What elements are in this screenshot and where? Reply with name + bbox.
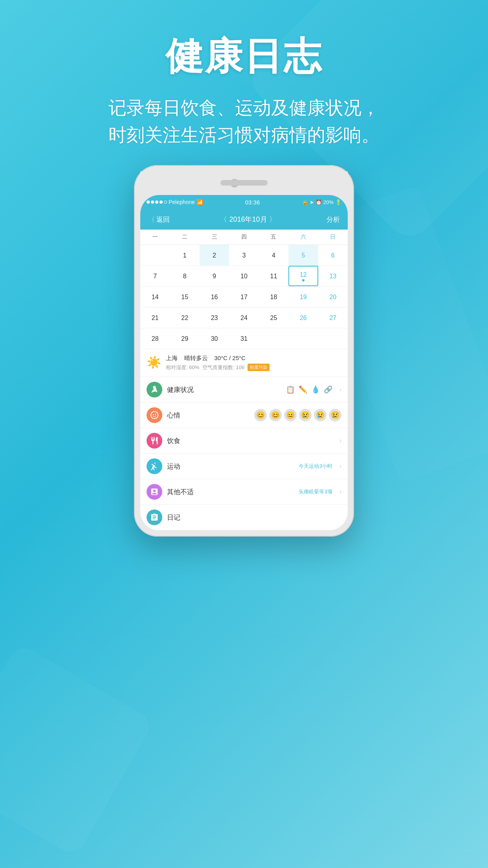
weekday-fri: 五 (259, 230, 288, 245)
cal-cell-14[interactable]: 14 (140, 287, 170, 307)
cal-cell-2[interactable]: 2 (200, 245, 229, 265)
cal-cell-12[interactable]: 12 (288, 266, 318, 286)
discomfort-row[interactable]: 其他不适 头痛眩晕等3项 › (140, 479, 348, 505)
svg-point-0 (153, 386, 156, 389)
cal-cell-10[interactable]: 10 (229, 266, 259, 286)
analyze-button[interactable]: 分析 (327, 215, 340, 224)
cal-cell-17[interactable]: 17 (229, 287, 259, 307)
status-time: 03:36 (245, 199, 260, 206)
cal-cell-15[interactable]: 15 (170, 287, 199, 307)
health-chevron: › (339, 386, 341, 393)
humidity-label: 相对湿度: 60% (166, 364, 199, 371)
app-title: 健康日志 (24, 31, 464, 83)
weather-row: ☀️ 上海 晴转多云 30°C / 25°C 相对湿度: 60% 空气质量指数:… (140, 349, 348, 377)
battery-percent: 20% (323, 199, 334, 205)
cal-cell-30[interactable]: 30 (200, 328, 229, 349)
battery-icon: 🔋 (335, 199, 341, 205)
cal-cell-31[interactable]: 31 (229, 328, 259, 349)
discomfort-action: 头痛眩晕等3项 (299, 488, 332, 495)
cal-row-4: 21 22 23 24 25 26 27 (140, 307, 348, 328)
status-left: Pelephone 📶 (147, 199, 203, 205)
cal-cell-4[interactable]: 4 (259, 245, 288, 265)
phone-outer: Pelephone 📶 03:36 🔒 ➤ ⏰ 20% 🔋 〈 返回 (134, 165, 354, 537)
discomfort-chevron: › (339, 488, 341, 495)
cal-row-1: 1 2 3 4 5 6 (140, 245, 348, 266)
signal-dot-3 (155, 200, 158, 204)
discomfort-label: 其他不适 (167, 487, 294, 497)
cal-cell-20[interactable]: 20 (318, 287, 348, 307)
diary-label: 日记 (167, 513, 341, 522)
status-bar: Pelephone 📶 03:36 🔒 ➤ ⏰ 20% 🔋 (140, 195, 348, 209)
cal-cell-23[interactable]: 23 (200, 307, 229, 328)
mood-icon (147, 407, 162, 423)
mood-sad[interactable]: 😢 (299, 409, 312, 421)
mood-very-happy[interactable]: 😊 (254, 409, 267, 421)
exercise-label: 运动 (167, 462, 294, 471)
cal-cell-25[interactable]: 25 (259, 307, 288, 328)
weekday-thu: 四 (229, 230, 259, 245)
diary-row[interactable]: 日记 (140, 505, 348, 530)
exercise-chevron: › (339, 463, 341, 470)
mood-selector[interactable]: 😊 😊 😐 😢 😢 😢 (254, 409, 341, 421)
cal-cell-21[interactable]: 21 (140, 307, 170, 328)
cal-cell-26[interactable]: 26 (288, 307, 318, 328)
cal-cell-1[interactable]: 1 (170, 245, 199, 265)
cal-cell-27[interactable]: 27 (318, 307, 348, 328)
cal-cell-24[interactable]: 24 (229, 307, 259, 328)
cal-cell-3[interactable]: 3 (229, 245, 259, 265)
mood-terrible[interactable]: 😢 (329, 409, 341, 421)
cal-cell-7[interactable]: 7 (140, 266, 170, 286)
cal-cell-empty4 (318, 328, 348, 349)
cal-cell-28[interactable]: 28 (140, 328, 170, 349)
weekday-wed: 三 (200, 230, 229, 245)
health-action-icons: 📋 ✏️ 💧 🔗 (286, 385, 332, 394)
cal-cell-13[interactable]: 13 (318, 266, 348, 286)
svg-point-1 (151, 412, 158, 419)
cal-row-2: 7 8 9 10 11 12 13 (140, 266, 348, 287)
cal-cell-6[interactable]: 6 (318, 245, 348, 265)
weather-temp: 30°C / 25°C (214, 355, 246, 361)
cal-cell-18[interactable]: 18 (259, 287, 288, 307)
svg-point-3 (155, 414, 156, 415)
wifi-icon: 📶 (196, 199, 203, 205)
cal-cell-22[interactable]: 22 (170, 307, 199, 328)
today-dot (302, 279, 305, 281)
cal-cell-19[interactable]: 19 (288, 287, 318, 307)
back-label: 返回 (156, 215, 170, 224)
mood-label: 心情 (167, 411, 250, 420)
calendar-grid: 1 2 3 4 5 6 7 8 9 10 11 12 (140, 245, 348, 349)
cal-cell-empty[interactable] (140, 245, 170, 265)
diet-chevron: › (339, 437, 341, 444)
mood-neutral[interactable]: 😐 (284, 409, 297, 421)
phone-screen: Pelephone 📶 03:36 🔒 ➤ ⏰ 20% 🔋 〈 返回 (140, 195, 348, 530)
cal-cell-16[interactable]: 16 (200, 287, 229, 307)
diet-label: 饮食 (167, 436, 332, 445)
back-button[interactable]: 〈 返回 (148, 215, 170, 224)
health-icon-drop: 💧 (311, 385, 320, 394)
health-icon-pencil: ✏️ (299, 385, 307, 394)
cal-cell-8[interactable]: 8 (170, 266, 199, 286)
top-section: 健康日志 记录每日饮食、运动及健康状况， 时刻关注生活习惯对病情的影响。 (0, 31, 488, 149)
exercise-row[interactable]: 运动 今天运动3小时 › (140, 454, 348, 479)
mood-happy[interactable]: 😊 (269, 409, 282, 421)
bg-decoration-2 (0, 643, 154, 857)
cal-cell-11[interactable]: 11 (259, 266, 288, 286)
signal-dot-1 (147, 200, 150, 204)
health-row[interactable]: 健康状况 📋 ✏️ 💧 🔗 › (140, 377, 348, 403)
cal-cell-5[interactable]: 5 (288, 245, 318, 265)
info-section: ☀️ 上海 晴转多云 30°C / 25°C 相对湿度: 60% 空气质量指数:… (140, 349, 348, 530)
exercise-action: 今天运动3小时 (299, 463, 332, 470)
weekday-sun: 日 (318, 230, 348, 245)
mood-very-sad[interactable]: 😢 (314, 409, 327, 421)
diet-row[interactable]: 饮食 › (140, 428, 348, 454)
cal-cell-29[interactable]: 29 (170, 328, 199, 349)
cal-cell-9[interactable]: 9 (200, 266, 229, 286)
weather-sun-icon: ☀️ (147, 355, 161, 369)
weekday-tue: 二 (170, 230, 199, 245)
signal-dots (147, 200, 167, 204)
mood-row[interactable]: 心情 😊 😊 😐 😢 😢 😢 (140, 403, 348, 428)
health-icon (147, 382, 162, 397)
nav-title[interactable]: 〈 2016年10月 〉 (220, 215, 276, 224)
phone-top-bar (140, 171, 348, 195)
weather-city: 上海 (166, 355, 178, 361)
